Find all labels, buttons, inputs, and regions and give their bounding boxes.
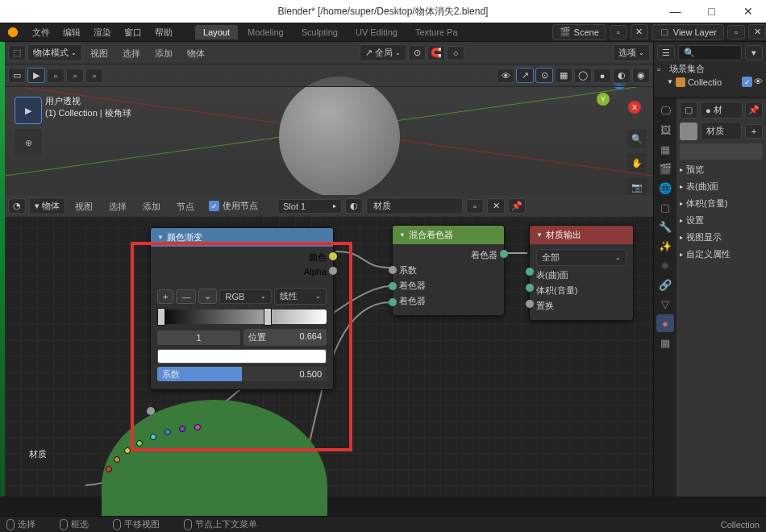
workspace-tab-texture[interactable]: Texture Pa [407, 25, 466, 39]
icosphere-object[interactable] [279, 77, 400, 195]
wireframe-shading[interactable]: ◯ [574, 68, 592, 83]
panel-custom[interactable]: ▸自定义属性 [680, 246, 763, 263]
material-add-slot[interactable]: + [745, 124, 763, 139]
prop-tab-physics[interactable]: ⚛ [656, 256, 674, 274]
panel-viewport[interactable]: ▸视图显示 [680, 229, 763, 246]
curve-point[interactable] [136, 440, 143, 447]
material-preview-swatch[interactable] [680, 123, 697, 140]
scene-new-button[interactable]: ▫ [610, 25, 627, 39]
shader-node-editor[interactable]: ◔ ▾ 物体 视图 选择 添加 节点 ✓ 使用节点 Slot 1▸ ◐ 材质 ▫… [5, 195, 653, 497]
cursor-tool-icon[interactable]: ▶ [27, 68, 45, 83]
prop-tab-data[interactable]: ▽ [656, 295, 674, 313]
ramp-fac-slider[interactable]: 系数0.500 [157, 367, 327, 381]
material-browse[interactable]: ◐ [345, 198, 363, 214]
camera-icon[interactable]: 📷 [627, 177, 647, 195]
ramp-gradient[interactable] [157, 310, 327, 324]
prop-tab-modifiers[interactable]: 🔧 [656, 218, 674, 235]
panel-settings[interactable]: ▸设置 [680, 212, 763, 229]
prop-breadcrumb-obj[interactable]: ▢ [680, 102, 697, 118]
socket-fac-in[interactable] [389, 266, 397, 274]
vp-menu-select[interactable]: 选择 [116, 44, 147, 63]
pivot-button[interactable]: ⊙ [408, 45, 426, 60]
options-dropdown[interactable]: 选项 ⌄ [613, 44, 650, 61]
mode-selector[interactable]: 物体模式 ⌄ [27, 44, 82, 61]
vp-menu-add[interactable]: 添加 [148, 44, 179, 63]
gizmo-toggle-icon-3[interactable]: ▫ [85, 69, 103, 83]
orientation-selector[interactable]: ↗ 全局 ⌄ [360, 44, 406, 61]
ramp-add-stop[interactable]: + [157, 289, 173, 304]
scene-selector[interactable]: 🎬 Scene [552, 24, 606, 40]
tree-collection[interactable]: ▼ Collectio ✓ 👁 [657, 76, 763, 88]
socket-shader2-in[interactable] [389, 298, 397, 306]
ramp-position-field[interactable]: 位置0.664 [244, 329, 327, 346]
maximize-button[interactable]: □ [693, 0, 730, 23]
prop-tab-output[interactable]: 🖼 [656, 121, 674, 139]
prop-tab-render[interactable]: 🖵 [656, 102, 674, 119]
outliner-type[interactable]: ☰ [657, 45, 675, 60]
ramp-color-field[interactable] [157, 349, 327, 364]
outliner-filter[interactable]: ▾ [745, 45, 763, 60]
prop-pin[interactable]: 📌 [745, 102, 763, 118]
close-button[interactable]: ✕ [730, 0, 766, 23]
use-nodes-checkbox[interactable]: ✓ [209, 201, 219, 211]
socket-displace-in[interactable] [526, 300, 534, 308]
curve-point[interactable] [164, 429, 171, 435]
panel-preview[interactable]: ▸预览 [680, 161, 763, 178]
collection-visibility-icon[interactable]: 👁 [754, 77, 763, 87]
menu-edit[interactable]: 编辑 [56, 23, 87, 42]
3d-viewport[interactable]: ⬚ 物体模式 ⌄ 视图 选择 添加 物体 ↗ 全局 ⌄ ⊙ 🧲 ○ 选项 ⌄ ▭ [5, 42, 653, 195]
solid-shading[interactable]: ● [593, 69, 611, 83]
snap-button[interactable]: 🧲 [427, 45, 445, 60]
viewlayer-delete-button[interactable]: ✕ [748, 24, 766, 39]
gizmo-button[interactable]: ↗ [516, 68, 534, 83]
gizmo-y[interactable]: Y [597, 93, 610, 106]
socket-color-out[interactable] [329, 252, 337, 260]
workspace-tab-modeling[interactable]: Modeling [239, 25, 292, 39]
prop-tab-material[interactable]: ● [656, 314, 674, 332]
prop-tab-constraints[interactable]: 🔗 [656, 276, 674, 293]
ramp-stop-0[interactable] [157, 308, 165, 326]
prop-tab-texture[interactable]: ▩ [656, 334, 674, 351]
mat-unlink-button[interactable]: ✕ [487, 198, 505, 214]
ramp-tools[interactable]: ⌄ [198, 289, 217, 304]
socket-surface-in[interactable] [526, 268, 534, 276]
socket-shader-out[interactable] [500, 250, 508, 258]
vp-menu-object[interactable]: 物体 [181, 44, 211, 63]
matout-target[interactable]: 全部⌄ [536, 249, 627, 266]
material-slot-name[interactable]: 材质 [701, 122, 742, 140]
ne-menu-view[interactable]: 视图 [69, 197, 99, 216]
menu-file[interactable]: 文件 [26, 23, 56, 42]
tool-select-box[interactable]: ▶ [15, 97, 42, 124]
overlay-button[interactable]: ⊙ [535, 68, 553, 83]
workspace-tab-layout[interactable]: Layout [195, 25, 238, 39]
panel-volume[interactable]: ▸体积(音量) [680, 195, 763, 212]
vp-menu-view[interactable]: 视图 [84, 44, 114, 63]
tool-cursor[interactable]: ⊕ [15, 129, 42, 156]
gizmo-toggle-icon-2[interactable]: ▫ [66, 69, 84, 83]
material-list-row[interactable] [680, 143, 763, 160]
menu-window[interactable]: 窗口 [118, 23, 148, 42]
collection-exclude-checkbox[interactable]: ✓ [742, 77, 752, 87]
ne-editor-type[interactable]: ◔ [8, 198, 26, 214]
xray-button[interactable]: ▦ [555, 68, 572, 83]
prop-breadcrumb-mat[interactable]: ● 材 [700, 102, 743, 118]
editor-type-button[interactable]: ⬚ [8, 45, 26, 60]
curve-point[interactable] [106, 466, 112, 472]
zoom-icon[interactable]: 🔍 [627, 129, 647, 148]
scene-delete-button[interactable]: ✕ [631, 24, 648, 39]
node-color-ramp[interactable]: ▼颜色渐变 颜色 Alpha + — ⌄ RGB⌄ 线性⌄ [150, 227, 334, 390]
ne-menu-select[interactable]: 选择 [102, 197, 133, 216]
ramp-stop-1[interactable] [264, 308, 272, 326]
pin-button[interactable]: 📌 [508, 198, 526, 214]
pan-icon[interactable]: ✋ [627, 153, 647, 172]
socket-alpha-out[interactable] [329, 267, 337, 275]
curve-point[interactable] [194, 424, 201, 430]
viewlayer-selector[interactable]: ▢ View Layer [652, 24, 724, 40]
rendered-shading[interactable]: ◉ [632, 68, 650, 83]
outliner-panel[interactable]: ☰ 🔍 ▾ ▫ 场景集合 ▼ Collectio ✓ 👁 [654, 42, 766, 98]
curve-point[interactable] [124, 447, 131, 454]
ramp-remove-stop[interactable]: — [176, 289, 196, 304]
ne-menu-node[interactable]: 节点 [170, 197, 201, 216]
node-material-output[interactable]: ▼材质输出 全部⌄ 表(曲)面 体积(音量) 置换 [529, 225, 634, 321]
mat-new-button[interactable]: ▫ [466, 199, 484, 214]
